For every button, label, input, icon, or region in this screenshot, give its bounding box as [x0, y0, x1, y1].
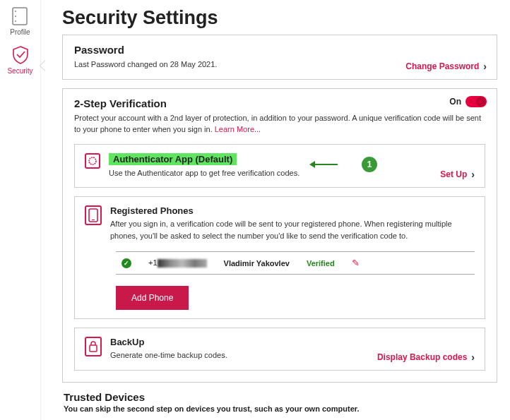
nav-label: Security: [7, 67, 32, 75]
authenticator-title: Authenticator App (Default): [109, 153, 237, 165]
svg-rect-6: [92, 220, 95, 220]
authenticator-subtitle: Use the Authenticator app to get free ve…: [109, 167, 475, 179]
display-backup-codes-link[interactable]: Display Backup codes ›: [377, 352, 475, 363]
password-card: Password Last Password changed on 28 May…: [62, 35, 497, 80]
authenticator-card: 1 Authenticator App (Default) Use the Au…: [74, 144, 485, 188]
phone-icon: [85, 205, 102, 225]
setup-authenticator-link[interactable]: Set Up ›: [440, 169, 475, 180]
phones-subtitle: After you sign in, a verification code w…: [110, 218, 475, 241]
toggle-label: On: [449, 97, 461, 107]
side-nav: Profile Security: [0, 0, 41, 420]
card-title: 2-Step Verification: [74, 97, 485, 109]
svg-point-1: [15, 11, 16, 12]
phone-owner: Vladimir Yakovlev: [224, 259, 290, 268]
twostep-toggle[interactable]: [465, 96, 487, 107]
trusted-subheading: You can skip the second step on devices …: [64, 404, 497, 413]
phone-status: Verified: [307, 259, 335, 268]
card-subtitle: Protect your account with a 2nd layer of…: [74, 112, 485, 136]
phone-prefix: +1: [148, 258, 158, 267]
svg-rect-7: [90, 345, 97, 352]
svg-point-4: [89, 157, 96, 164]
backup-title: BackUp: [110, 337, 144, 347]
twostep-card: 2-Step Verification On Protect your acco…: [62, 88, 497, 383]
annotation-1: 1: [336, 157, 377, 172]
description-text: Protect your account with a 2nd layer of…: [74, 114, 481, 134]
change-password-link[interactable]: Change Password ›: [405, 61, 487, 72]
authenticator-icon: [85, 153, 100, 169]
shield-icon: [12, 46, 29, 64]
main-content: Security Settings Password Last Password…: [41, 0, 510, 420]
redacted-number: [158, 259, 207, 268]
nav-label: Profile: [10, 28, 30, 36]
nav-security[interactable]: Security: [7, 46, 32, 75]
action-label: Display Backup codes: [377, 352, 467, 362]
edit-phone-icon[interactable]: ✎: [352, 258, 360, 268]
action-label: Change Password: [405, 61, 479, 71]
annotation-badge: 1: [362, 157, 377, 172]
nav-profile[interactable]: Profile: [10, 7, 30, 36]
phones-card: Registered Phones After you sign in, a v…: [74, 196, 485, 319]
lock-icon: [85, 337, 102, 356]
svg-point-3: [15, 20, 16, 22]
nav-active-indicator: [40, 60, 46, 71]
card-title: Password: [74, 44, 485, 56]
page-title: Security Settings: [62, 7, 497, 29]
phone-entry-row: ✓ +1 Vladimir Yakovlev Verified ✎: [116, 251, 475, 275]
learn-more-link[interactable]: Learn More...: [215, 125, 261, 133]
action-label: Set Up: [440, 169, 467, 179]
phone-number: +1: [148, 258, 207, 268]
phones-title: Registered Phones: [110, 205, 194, 216]
profile-icon: [12, 7, 28, 25]
verified-check-icon: ✓: [121, 258, 131, 268]
backup-card: BackUp Generate one-time backup codes. D…: [74, 328, 485, 371]
svg-point-2: [15, 16, 16, 17]
chevron-right-icon: ›: [471, 352, 475, 363]
add-phone-button[interactable]: Add Phone: [116, 286, 189, 310]
chevron-right-icon: ›: [471, 169, 475, 180]
trusted-heading: Trusted Devices: [64, 391, 497, 403]
chevron-right-icon: ›: [483, 61, 487, 72]
